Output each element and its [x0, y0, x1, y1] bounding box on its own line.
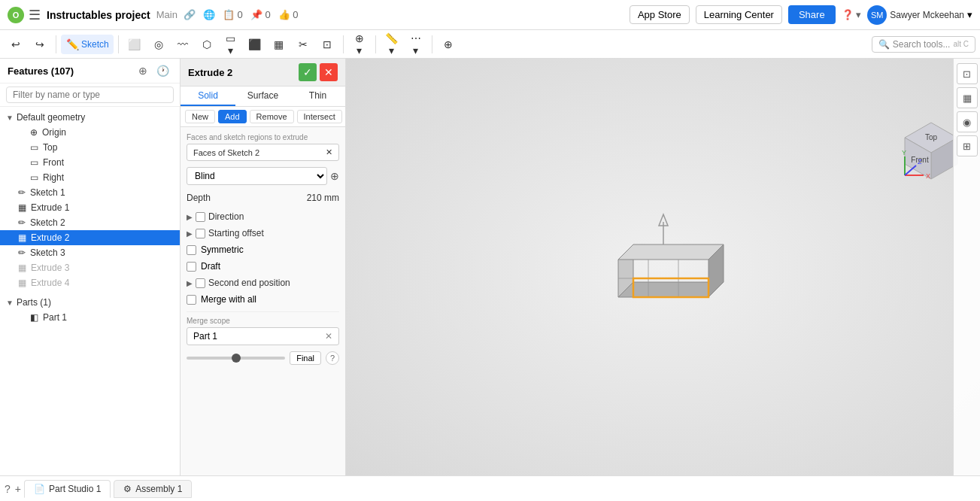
pin-icon[interactable]: 📌 0	[250, 9, 271, 20]
more-button[interactable]: ⋯ ▾	[405, 35, 427, 54]
sketch-button[interactable]: ✏️ Sketch	[61, 35, 114, 54]
tree-item-front[interactable]: ▭ Front	[0, 155, 180, 170]
tab-assembly[interactable]: ⚙ Assembly 1	[114, 480, 192, 498]
separator-3	[343, 35, 344, 53]
top-bar-right: App Store Learning Center Share ❓ ▾ SM S…	[630, 5, 972, 25]
undo-icon: ↩	[9, 38, 23, 51]
link-icon[interactable]: 🔗	[184, 9, 196, 20]
mirror-button[interactable]: ⊡	[316, 35, 338, 54]
transform-button[interactable]: ⬛	[244, 35, 266, 54]
measure-button[interactable]: 📏 ▾	[381, 35, 403, 54]
globe-icon[interactable]: 🌐	[203, 9, 215, 20]
spline-icon: 〰	[176, 38, 190, 51]
hamburger-menu[interactable]: ☰	[29, 7, 41, 23]
face-select-clear[interactable]: ✕	[326, 147, 332, 157]
constraint-icon: ⊕ ▾	[353, 38, 366, 51]
direction-checkbox[interactable]	[196, 212, 205, 222]
starting-offset-row[interactable]: ▶ Starting offset	[187, 226, 339, 241]
shape-button[interactable]: ⬡	[196, 35, 218, 54]
depth-row: Depth 210 mm	[187, 191, 339, 205]
eyedropper-icon[interactable]: ⊕	[330, 170, 339, 182]
part-icon: ◧	[30, 312, 38, 323]
tab-solid[interactable]: Solid	[181, 87, 235, 106]
op-add[interactable]: Add	[218, 110, 247, 123]
add-tab-button[interactable]: +	[15, 483, 21, 495]
copy-icon[interactable]: 📋 0	[223, 9, 243, 20]
user-area[interactable]: SM Sawyer Mckeehan ▾	[867, 5, 972, 25]
symmetric-checkbox[interactable]	[187, 245, 196, 255]
section-button[interactable]: ⊞	[957, 135, 978, 156]
tree-item-right[interactable]: ▭ Right	[0, 170, 180, 185]
merge-scope-clear[interactable]: ✕	[325, 331, 332, 342]
help-button[interactable]: ?	[326, 351, 339, 365]
filter-input[interactable]	[6, 87, 174, 103]
tab-surface[interactable]: Surface	[235, 87, 290, 106]
tree-item-top[interactable]: ▭ Top	[0, 140, 180, 155]
merge-all-checkbox[interactable]	[187, 295, 196, 305]
view-button[interactable]: ⬜	[123, 35, 146, 54]
spline-button[interactable]: 〰	[171, 35, 194, 54]
merge-scope-box[interactable]: Part 1 ✕	[187, 327, 339, 345]
avatar: SM	[867, 5, 887, 25]
method-select[interactable]: Blind	[187, 167, 327, 185]
measure-icon: 📏 ▾	[385, 38, 399, 51]
tree-item-part1[interactable]: ◧ Part 1	[0, 310, 180, 325]
starting-offset-label: Starting offset	[208, 228, 264, 238]
help-icon[interactable]: ❓ ▾	[842, 9, 862, 20]
tree-item-extrude3[interactable]: ▦ Extrude 3	[0, 260, 180, 275]
tab-part-studio[interactable]: 📄 Part Studio 1	[24, 480, 111, 498]
op-new[interactable]: New	[185, 110, 215, 123]
second-end-checkbox[interactable]	[196, 278, 205, 288]
like-icon[interactable]: 👍 0	[278, 9, 299, 20]
redo-button[interactable]: ↪	[29, 35, 51, 54]
separator-4	[375, 35, 376, 53]
appstore-button[interactable]: App Store	[630, 5, 690, 24]
circle-button[interactable]: ◎	[147, 35, 170, 54]
constraint-button[interactable]: ⊕ ▾	[348, 35, 371, 54]
add-feature-button[interactable]: ⊕	[135, 63, 150, 78]
symmetric-row: Symmetric	[187, 242, 339, 257]
undo-button[interactable]: ↩	[5, 35, 27, 54]
share-button[interactable]: Share	[788, 5, 836, 24]
logo-icon[interactable]: O	[8, 7, 24, 23]
tree-item-sketch1[interactable]: ✏ Sketch 1	[0, 185, 180, 200]
preview-slider[interactable]	[187, 357, 285, 360]
rect-button[interactable]: ▭ ▾	[220, 35, 242, 54]
tab-thin[interactable]: Thin	[290, 87, 345, 106]
second-end-row[interactable]: ▶ Second end position	[187, 275, 339, 290]
default-geometry-group[interactable]: ▼ Default geometry	[0, 110, 180, 125]
learning-button[interactable]: Learning Center	[696, 5, 782, 24]
help-bottom-button[interactable]: ?	[5, 483, 11, 495]
draft-checkbox[interactable]	[187, 262, 196, 272]
blind-row: Blind ⊕	[187, 167, 339, 185]
depth-value[interactable]: 210 mm	[307, 193, 339, 203]
crosshair-button[interactable]: ⊕	[437, 35, 460, 54]
render-button[interactable]: ◉	[957, 111, 978, 132]
face-select-box[interactable]: Faces of Sketch 2 ✕	[187, 144, 339, 161]
starting-offset-checkbox[interactable]	[196, 229, 205, 238]
user-dropdown-icon[interactable]: ▾	[967, 9, 972, 20]
perspective-button[interactable]: ▦	[957, 87, 978, 108]
direction-row[interactable]: ▶ Direction	[187, 209, 339, 224]
tree-item-sketch2[interactable]: ✏ Sketch 2	[0, 215, 180, 230]
viewport[interactable]: Top Front X Y Z ⊡ ▦	[346, 59, 980, 475]
tree-item-origin[interactable]: ⊕ Origin	[0, 125, 180, 140]
branch-label: Main	[156, 9, 177, 20]
tree-item-extrude4[interactable]: ▦ Extrude 4	[0, 275, 180, 290]
confirm-button[interactable]: ✓	[299, 63, 317, 81]
trim-button[interactable]: ✂	[292, 35, 314, 54]
fit-view-button[interactable]: ⊡	[957, 63, 978, 84]
offset-button[interactable]: ▦	[268, 35, 290, 54]
main-area: Features (107) ⊕ 🕐 ▼ Default geometry ⊕ …	[0, 59, 980, 475]
final-button[interactable]: Final	[290, 351, 321, 365]
tree-item-extrude2[interactable]: ▦ Extrude 2	[0, 230, 180, 245]
parts-group[interactable]: ▼ Parts (1)	[0, 295, 180, 310]
history-button[interactable]: 🕐	[153, 63, 172, 78]
tree-item-sketch3[interactable]: ✏ Sketch 3	[0, 245, 180, 260]
op-remove[interactable]: Remove	[250, 110, 294, 123]
feature-tree: ▼ Default geometry ⊕ Origin ▭ Top ▭ Fron…	[0, 107, 180, 475]
op-intersect[interactable]: Intersect	[297, 110, 342, 123]
search-tools-box[interactable]: 🔍 Search tools... alt C	[872, 36, 975, 53]
tree-item-extrude1[interactable]: ▦ Extrude 1	[0, 200, 180, 215]
cancel-button[interactable]: ✕	[320, 63, 338, 81]
